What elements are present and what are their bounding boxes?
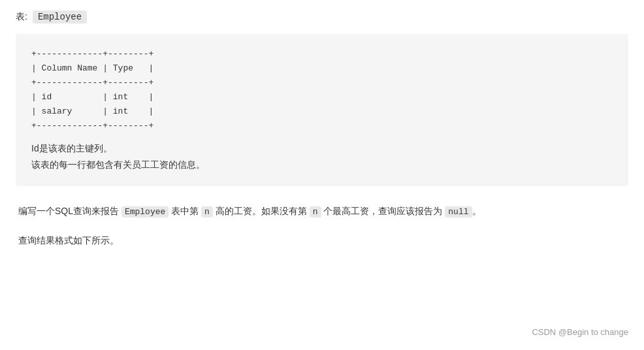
problem-n1-inline: n — [201, 206, 213, 217]
problem-text-end: 。 — [472, 206, 481, 216]
footer-brand: CSDN @Begin to change — [532, 327, 628, 337]
schema-box: +-------------+--------+ | Column Name |… — [16, 34, 628, 186]
table-prefix-label: 表: — [16, 11, 27, 23]
problem-text-middle3: 个最高工资，查询应该报告为 — [321, 206, 445, 216]
problem-n2-inline: n — [310, 206, 321, 217]
problem-null-inline: null — [445, 206, 472, 217]
result-format-text: 查询结果格式如下所示。 — [18, 231, 626, 249]
schema-desc-line2: 该表的每一行都包含有关员工工资的信息。 — [31, 157, 613, 173]
schema-desc-line1: Id是该表的主键列。 — [31, 140, 613, 157]
problem-section: 编写一个SQL查询来报告 Employee 表中第 n 高的工资。如果没有第 n… — [16, 202, 628, 249]
problem-text-middle2: 高的工资。如果没有第 — [213, 206, 310, 216]
table-name-badge: Employee — [33, 10, 87, 24]
problem-table-inline: Employee — [121, 206, 169, 217]
problem-text-before: 编写一个SQL查询来报告 — [18, 206, 121, 216]
table-label-row: 表: Employee — [16, 10, 628, 24]
schema-table: +-------------+--------+ | Column Name |… — [31, 47, 613, 134]
schema-description: Id是该表的主键列。 该表的每一行都包含有关员工工资的信息。 — [31, 140, 613, 173]
problem-text-middle1: 表中第 — [169, 206, 201, 216]
problem-text: 编写一个SQL查询来报告 Employee 表中第 n 高的工资。如果没有第 n… — [18, 202, 626, 221]
